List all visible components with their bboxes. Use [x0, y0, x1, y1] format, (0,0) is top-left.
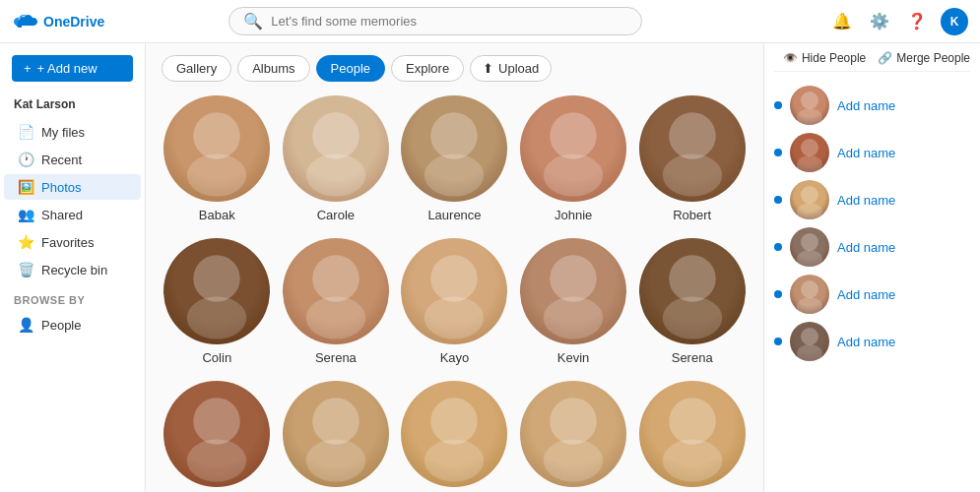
- blue-dot-indicator: [774, 101, 782, 109]
- person-card-babak[interactable]: Babak: [162, 95, 273, 222]
- person-card-serena[interactable]: Serena: [281, 238, 392, 365]
- svg-point-14: [431, 255, 479, 302]
- sidebar-item-people[interactable]: 👤 People: [4, 312, 141, 338]
- add-name-link-1[interactable]: Add name: [837, 146, 895, 160]
- merge-icon: 🔗: [878, 51, 892, 65]
- svg-point-10: [194, 255, 241, 302]
- notifications-icon[interactable]: 🔔: [828, 8, 856, 35]
- person-avatar-serena: [283, 238, 389, 344]
- recycle-icon: 🗑️: [18, 262, 33, 277]
- people-icon: 👤: [18, 317, 33, 333]
- person-card-laurence[interactable]: Laurence: [399, 95, 510, 222]
- add-name-link-2[interactable]: Add name: [837, 193, 895, 208]
- svg-point-28: [669, 398, 716, 445]
- merge-people-label: Merge People: [896, 51, 970, 65]
- person-card-carole[interactable]: Carole: [281, 95, 392, 222]
- svg-point-39: [797, 297, 822, 314]
- person-card-colin[interactable]: Colin: [162, 238, 273, 365]
- onedrive-logo-icon: [12, 14, 37, 30]
- sidebar-item-recycle-bin[interactable]: 🗑️ Recycle bin: [4, 257, 141, 282]
- search-bar[interactable]: 🔍: [229, 7, 642, 35]
- person-card-joshua[interactable]: Joshua: [518, 381, 629, 492]
- add-name-link-3[interactable]: Add name: [837, 240, 895, 255]
- sidebar-item-favorites[interactable]: ⭐ Favorites: [4, 229, 141, 255]
- person-avatar-charlotte: [639, 381, 746, 487]
- person-avatar-tim: [283, 381, 389, 487]
- person-avatar-kevin: [520, 238, 626, 344]
- blue-dot-indicator: [774, 196, 782, 204]
- person-card-robert[interactable]: Robert: [636, 95, 748, 222]
- svg-point-20: [194, 398, 241, 445]
- hide-people-button[interactable]: 👁️ Hide People: [783, 51, 866, 65]
- unknown-avatar-5: [790, 322, 829, 361]
- search-icon: 🔍: [243, 12, 263, 31]
- person-card-kevin[interactable]: Kevin: [518, 238, 629, 365]
- upload-label: Upload: [498, 61, 539, 76]
- sidebar-item-photos[interactable]: 🖼️ Photos: [4, 174, 141, 200]
- svg-point-36: [801, 233, 818, 251]
- topbar: OneDrive 🔍 🔔 ⚙️ ❓ K: [0, 0, 980, 43]
- svg-point-27: [544, 439, 603, 481]
- sidebar-item-recent[interactable]: 🕐 Recent: [4, 147, 141, 172]
- person-name-serena: Serena: [315, 350, 357, 365]
- app-logo-text: OneDrive: [43, 14, 104, 30]
- add-name-link-4[interactable]: Add name: [837, 287, 895, 302]
- search-input[interactable]: [271, 14, 627, 29]
- merge-people-button[interactable]: 🔗 Merge People: [878, 51, 970, 65]
- person-card-kayo[interactable]: Kayo: [399, 238, 510, 365]
- person-name-laurence: Laurence: [427, 208, 481, 222]
- unknown-person-row-1: Add name: [774, 129, 970, 176]
- sidebar-label-shared: Shared: [41, 208, 83, 222]
- upload-icon: ⬆: [483, 61, 493, 76]
- user-avatar[interactable]: K: [941, 8, 968, 35]
- svg-point-16: [550, 255, 597, 302]
- help-icon[interactable]: ❓: [903, 8, 931, 35]
- sidebar: + + Add new Kat Larson 📄 My files 🕐 Rece…: [0, 43, 146, 492]
- svg-point-5: [425, 154, 484, 196]
- upload-button[interactable]: ⬆ Upload: [470, 55, 552, 82]
- add-name-link-5[interactable]: Add name: [837, 335, 895, 349]
- person-card-will[interactable]: Will: [399, 381, 510, 492]
- sidebar-label-recent: Recent: [41, 153, 82, 167]
- tab-gallery[interactable]: Gallery: [162, 55, 231, 82]
- main-layout: + + Add new Kat Larson 📄 My files 🕐 Rece…: [0, 43, 980, 492]
- svg-point-18: [669, 255, 716, 302]
- sidebar-item-my-files[interactable]: 📄 My files: [4, 119, 141, 145]
- sidebar-label-recycle-bin: Recycle bin: [41, 263, 107, 277]
- svg-point-6: [550, 112, 597, 159]
- tab-people[interactable]: People: [316, 55, 385, 82]
- svg-point-31: [797, 108, 822, 125]
- person-card-johnie[interactable]: Johnie: [518, 95, 629, 222]
- hide-people-label: Hide People: [802, 51, 866, 65]
- svg-point-25: [425, 439, 484, 481]
- person-card-serena2[interactable]: Serena: [636, 238, 748, 365]
- person-card-wanda[interactable]: Wanda: [162, 381, 273, 492]
- svg-point-1: [187, 154, 246, 196]
- person-avatar-babak: [163, 95, 270, 202]
- sidebar-item-shared[interactable]: 👥 Shared: [4, 202, 141, 227]
- person-name-kayo: Kayo: [440, 350, 470, 365]
- svg-point-41: [797, 344, 822, 361]
- person-name-johnie: Johnie: [555, 208, 592, 222]
- person-name-babak: Babak: [199, 208, 235, 222]
- svg-point-40: [801, 328, 818, 345]
- people-grid: Babak Carole Laurence Johnie Robert Coli…: [162, 95, 748, 492]
- svg-point-32: [801, 139, 818, 156]
- add-new-button[interactable]: + + Add new: [12, 55, 133, 82]
- person-avatar-colin: [163, 238, 270, 344]
- content-area: Gallery Albums People Explore ⬆ Upload B…: [146, 43, 763, 492]
- topbar-icons: 🔔 ⚙️ ❓ K: [828, 8, 968, 35]
- tab-explore[interactable]: Explore: [391, 55, 464, 82]
- unknown-person-row-5: Add name: [774, 318, 970, 365]
- add-name-link-0[interactable]: Add name: [837, 98, 895, 113]
- person-avatar-johnie: [520, 95, 626, 202]
- logo-area: OneDrive: [12, 14, 130, 30]
- svg-point-33: [797, 155, 822, 172]
- tab-albums[interactable]: Albums: [237, 55, 309, 82]
- person-card-charlotte[interactable]: Charlotte: [636, 381, 748, 492]
- svg-point-12: [312, 255, 359, 302]
- person-avatar-will: [401, 381, 507, 487]
- person-card-tim[interactable]: Tim: [281, 381, 392, 492]
- add-icon: +: [24, 61, 32, 76]
- settings-icon[interactable]: ⚙️: [866, 8, 893, 35]
